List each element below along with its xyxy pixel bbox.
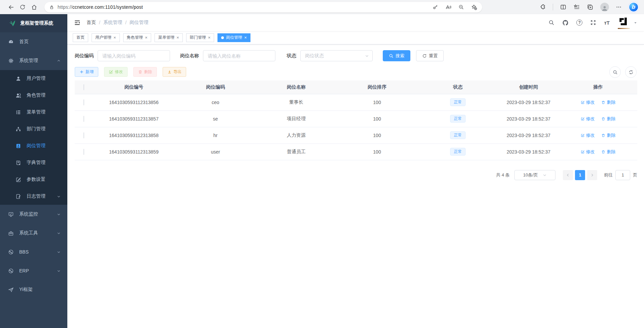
header-search-button[interactable]: [548, 20, 554, 26]
tab-user-mgmt[interactable]: 用户管理×: [92, 33, 120, 42]
sidebar-item-bbs[interactable]: BBS: [0, 242, 67, 261]
chevron-down-icon: [57, 231, 61, 235]
prev-page-button[interactable]: [563, 170, 573, 180]
cell-post-id: 1641030593112313859: [93, 143, 175, 160]
sidebar-item-tools[interactable]: 系统工具: [0, 224, 67, 242]
row-checkbox[interactable]: [83, 116, 84, 122]
status-label: 状态: [287, 53, 296, 59]
close-icon[interactable]: ×: [176, 35, 179, 40]
table-row: 1641030593112313857 se 项目经理 100 正常 2023-…: [75, 110, 637, 127]
favorites-add-icon[interactable]: [471, 4, 477, 10]
reset-button[interactable]: 重置: [416, 50, 444, 61]
more-menu-icon[interactable]: [616, 4, 622, 10]
sidebar-item-monitor[interactable]: 系统监控: [0, 205, 67, 224]
sidebar-item-dict-mgmt[interactable]: 字典管理: [0, 154, 67, 171]
col-create-time: 创建时间: [498, 80, 559, 94]
sidebar-item-post-mgmt[interactable]: 岗位管理: [0, 137, 67, 154]
row-delete-button[interactable]: 删除: [601, 149, 615, 155]
delete-button-disabled[interactable]: 删除: [133, 67, 157, 77]
goto-page-input[interactable]: [615, 170, 630, 180]
row-checkbox[interactable]: [83, 99, 84, 105]
sidebar-item-role-mgmt[interactable]: 角色管理: [0, 87, 67, 104]
browser-home-button[interactable]: [28, 1, 40, 13]
trash-icon: [601, 117, 605, 121]
row-delete-button[interactable]: 删除: [601, 116, 615, 122]
row-edit-button[interactable]: 修改: [581, 132, 595, 138]
status-select[interactable]: 岗位状态: [300, 50, 373, 61]
sidebar-fold-button[interactable]: [74, 20, 80, 26]
log-file-icon: [15, 194, 21, 199]
add-button[interactable]: 新增: [75, 67, 98, 77]
font-size-icon: тT: [604, 20, 610, 26]
next-page-button[interactable]: [587, 170, 597, 180]
dictionary-book-icon: [15, 160, 21, 166]
tab-menu-mgmt[interactable]: 菜单管理×: [155, 33, 183, 42]
active-tab-dot: [221, 36, 224, 39]
post-name-label: 岗位名称: [180, 53, 199, 59]
sidebar-item-menu-mgmt[interactable]: 菜单管理: [0, 104, 67, 121]
search-button[interactable]: 搜索: [383, 50, 410, 61]
split-screen-icon[interactable]: [560, 4, 567, 10]
select-all-checkbox[interactable]: [83, 84, 84, 90]
row-edit-button[interactable]: 修改: [581, 116, 595, 122]
font-size-button[interactable]: тT: [604, 20, 610, 26]
address-bar[interactable]: https://ccnetcore.com:1101/system/post: [44, 2, 482, 12]
sidebar-item-param-settings[interactable]: 参数设置: [0, 171, 67, 188]
row-edit-button[interactable]: 修改: [581, 99, 595, 105]
sidebar-item-user-mgmt[interactable]: 用户管理: [0, 70, 67, 87]
sidebar-item-log-mgmt[interactable]: 日志管理: [0, 188, 67, 205]
tags-view-bar: 首页 用户管理× 角色管理× 菜单管理× 部门管理× 岗位管理×: [67, 31, 644, 44]
read-aloud-icon[interactable]: [445, 4, 451, 10]
row-delete-button[interactable]: 删除: [601, 132, 615, 138]
page-unit-label: 页: [633, 172, 637, 178]
close-icon[interactable]: ×: [208, 35, 211, 40]
app-logo[interactable]: 意框架管理系统: [0, 14, 67, 32]
collections-icon[interactable]: [573, 4, 580, 10]
post-name-input[interactable]: [203, 50, 275, 61]
github-button[interactable]: [562, 20, 569, 26]
tab-home[interactable]: 首页: [73, 33, 88, 42]
edit-button-disabled[interactable]: 修改: [104, 67, 128, 77]
show-search-toggle-button[interactable]: [609, 66, 621, 78]
tab-post-mgmt-active[interactable]: 岗位管理×: [217, 33, 250, 42]
breadcrumb-home[interactable]: 首页: [87, 20, 96, 26]
tab-role-mgmt[interactable]: 角色管理×: [123, 33, 151, 42]
posts-table: 岗位编号 岗位编码 岗位名称 岗位排序 状态 创建时间 操作 164103059…: [75, 80, 637, 160]
tab-dept-mgmt[interactable]: 部门管理×: [186, 33, 214, 42]
globe-icon: [8, 249, 14, 255]
sidebar-item-home[interactable]: 首页: [0, 32, 67, 51]
sidebar-item-dept-mgmt[interactable]: 部门管理: [0, 121, 67, 137]
export-button[interactable]: 导出: [163, 67, 186, 77]
row-checkbox[interactable]: [83, 149, 84, 155]
extensions-icon[interactable]: [539, 4, 546, 10]
sidebar-item-erp[interactable]: ERP: [0, 261, 67, 280]
user-avatar-menu[interactable]: [617, 16, 637, 29]
row-delete-button[interactable]: 删除: [601, 99, 615, 105]
pagination: 共 4 条 10条/页 1 前往 页: [75, 170, 637, 180]
browser-back-button[interactable]: [5, 1, 17, 13]
sidebar: 意框架管理系统 首页 系统管理 用户管理 角色管理 菜单管理 部门管理: [0, 14, 67, 328]
close-icon[interactable]: ×: [113, 35, 116, 40]
row-edit-button[interactable]: 修改: [581, 149, 595, 155]
post-code-input[interactable]: [98, 50, 170, 61]
refresh-table-button[interactable]: [625, 66, 637, 78]
sidebar-item-system[interactable]: 系统管理: [0, 51, 67, 70]
row-checkbox[interactable]: [83, 132, 84, 138]
help-button[interactable]: ?: [576, 20, 582, 26]
close-icon[interactable]: ×: [145, 35, 148, 40]
tab-actions-icon[interactable]: [587, 4, 594, 10]
sidebar-item-yi-framework[interactable]: Yi框架: [0, 280, 67, 299]
fullscreen-button[interactable]: [590, 20, 596, 26]
browser-refresh-button[interactable]: [17, 1, 28, 13]
password-key-icon[interactable]: [432, 4, 438, 10]
page-size-select[interactable]: 10条/页: [514, 170, 555, 180]
person-icon: [601, 5, 608, 11]
edit-icon: [581, 150, 585, 154]
browser-profile-avatar[interactable]: [600, 3, 609, 11]
sidebar-label: Yi框架: [19, 287, 33, 293]
zoom-out-icon[interactable]: [458, 4, 464, 10]
bing-copilot-button[interactable]: b: [629, 2, 639, 12]
close-icon[interactable]: ×: [244, 35, 247, 40]
download-icon: [167, 70, 172, 74]
current-page-button[interactable]: 1: [575, 170, 585, 180]
